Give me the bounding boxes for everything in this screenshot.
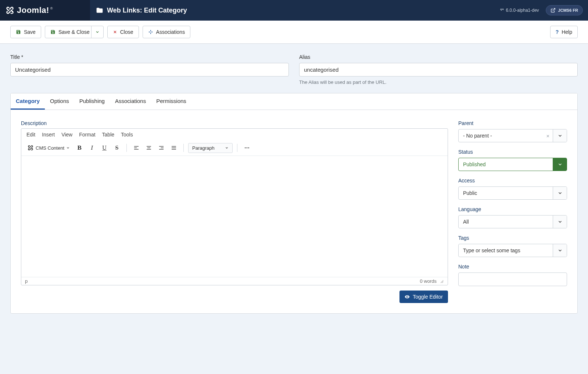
alias-hint: The Alias will be used as part of the UR… [299,79,578,85]
editor: Edit Insert View Format Table Tools CMS … [21,128,448,285]
clear-icon[interactable]: × [543,129,553,142]
joomla-logo-icon [5,6,15,15]
tabs-card: Category Options Publishing Associations… [10,93,578,314]
editor-body[interactable] [21,156,448,277]
tab-body: Description Edit Insert View Format Tabl… [11,110,577,313]
note-label: Note [458,264,567,270]
italic-button[interactable]: I [87,143,97,153]
parent-field: Parent - No parent - × [458,120,567,142]
strike-button[interactable]: S [112,143,122,153]
version: 6.0.0-alpha1-dev [500,8,539,13]
underline-button[interactable]: U [99,143,110,153]
toggle-editor-button[interactable]: Toggle Editor [399,291,448,303]
access-select[interactable]: Public [458,186,567,200]
tags-label: Tags [458,235,567,241]
chevron-down-icon[interactable] [553,216,567,228]
tab-options[interactable]: Options [45,93,74,110]
ed-menu-format[interactable]: Format [79,132,95,138]
main-column: Description Edit Insert View Format Tabl… [21,120,448,303]
more-button[interactable] [242,143,252,153]
save-icon [50,29,55,35]
alias-label: Alias [299,54,578,60]
note-field: Note [458,264,567,286]
note-input[interactable] [458,273,567,286]
separator [237,144,237,152]
close-button[interactable]: Close [107,26,139,38]
tab-associations[interactable]: Associations [110,93,151,110]
description-label: Description [21,120,448,126]
ed-menu-table[interactable]: Table [102,132,114,138]
resize-handle-icon[interactable] [439,278,444,284]
editor-statusbar: p 0 words [21,277,448,285]
svg-line-0 [552,8,555,11]
language-field: Language All [458,206,567,228]
chevron-down-icon[interactable] [553,244,567,257]
tab-permissions[interactable]: Permissions [151,93,191,110]
tags-field: Tags Type or select some tags [458,235,567,257]
chevron-down-icon [95,30,100,34]
chevron-down-icon[interactable] [553,158,567,171]
associations-button[interactable]: Associations [143,26,191,38]
alias-input[interactable] [299,63,578,76]
external-link-icon [551,8,556,13]
cms-content-button[interactable]: CMS Content [25,143,72,153]
save-close-button[interactable]: Save & Close [45,26,95,38]
toggle-editor-row: Toggle Editor [21,291,448,303]
alias-field: Alias The Alias will be used as part of … [299,54,578,85]
status-select[interactable]: Published [458,158,567,171]
ed-menu-insert[interactable]: Insert [42,132,55,138]
access-field: Access Public [458,178,567,200]
ed-menu-view[interactable]: View [61,132,72,138]
separator [183,144,184,152]
topbar-right: 6.0.0-alpha1-dev JCMS6 FR [495,5,588,15]
bold-button[interactable]: B [74,143,85,153]
svg-line-23 [441,280,443,283]
associations-icon [148,29,153,35]
save-icon [16,29,21,35]
element-path[interactable]: p [25,278,420,284]
language-select[interactable]: All [458,215,567,228]
joomla-mini-icon [500,8,504,13]
tab-publishing[interactable]: Publishing [74,93,110,110]
align-right-button[interactable] [156,143,166,153]
help-icon: ? [556,29,559,35]
svg-point-19 [245,147,246,149]
language-label: Language [458,206,567,212]
tabs: Category Options Publishing Associations… [11,93,577,110]
access-label: Access [458,178,567,184]
align-center-button[interactable] [144,143,154,153]
save-button[interactable]: Save [10,26,41,38]
title-field: Title * [10,54,289,85]
word-count: 0 words [420,278,437,284]
ed-menu-edit[interactable]: Edit [26,132,35,138]
align-left-button[interactable] [131,143,141,153]
svg-point-21 [248,147,249,149]
tab-category[interactable]: Category [11,93,45,110]
brand-name: Joomla! [17,6,49,15]
chevron-down-icon[interactable] [553,187,567,199]
parent-label: Parent [458,120,567,126]
svg-point-20 [246,147,247,149]
status-field: Status Published [458,149,567,171]
save-dropdown-button[interactable] [91,26,104,38]
folder-icon [96,7,103,14]
joomla-cms-icon [27,145,34,151]
align-justify-button[interactable] [169,143,179,153]
site-badge[interactable]: JCMS6 FR [546,5,583,15]
paragraph-select[interactable]: Paragraph [188,143,233,153]
title-label: Title * [10,54,289,60]
ed-menu-tools[interactable]: Tools [121,132,133,138]
page-title-wrap: Web Links: Edit Category [90,7,495,14]
status-label: Status [458,149,567,155]
brand[interactable]: Joomla! ® [0,0,90,21]
help-button[interactable]: ? Help [550,26,578,38]
parent-select[interactable]: - No parent - × [458,129,567,142]
chevron-down-icon[interactable] [553,129,567,142]
editor-toolbar: CMS Content B I U S [21,140,448,156]
chevron-down-icon [66,146,70,150]
title-input[interactable] [10,63,289,76]
svg-line-22 [442,282,444,283]
editor-menu: Edit Insert View Format Table Tools [21,129,448,140]
tags-select[interactable]: Type or select some tags [458,244,567,257]
topbar: Joomla! ® Web Links: Edit Category 6.0.0… [0,0,588,21]
